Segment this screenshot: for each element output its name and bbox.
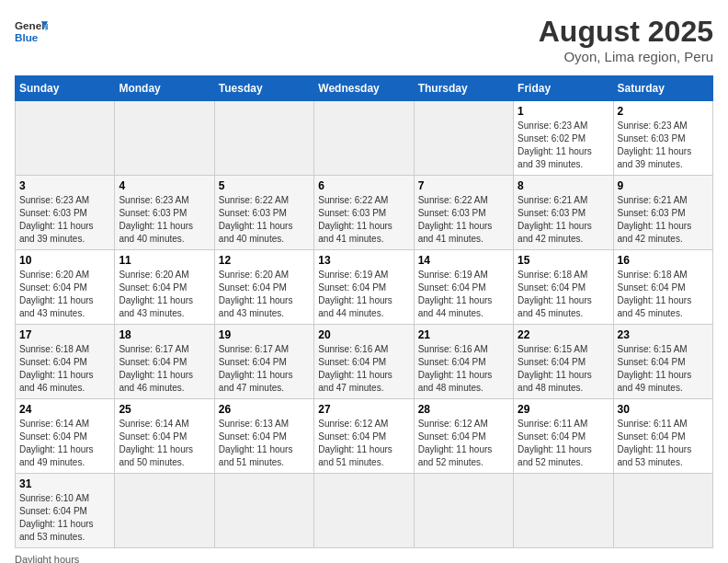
- day-cell: [414, 474, 513, 548]
- day-cell: 4Sunrise: 6:23 AM Sunset: 6:03 PM Daylig…: [115, 176, 214, 250]
- day-cell: 16Sunrise: 6:18 AM Sunset: 6:04 PM Dayli…: [613, 250, 712, 325]
- header: General Blue August 2025 Oyon, Lima regi…: [15, 15, 713, 64]
- day-number: 3: [19, 179, 110, 192]
- day-info: Sunrise: 6:23 AM Sunset: 6:02 PM Dayligh…: [518, 120, 609, 171]
- calendar-subtitle: Oyon, Lima region, Peru: [539, 49, 713, 64]
- day-info: Sunrise: 6:22 AM Sunset: 6:03 PM Dayligh…: [219, 194, 310, 246]
- day-cell: 12Sunrise: 6:20 AM Sunset: 6:04 PM Dayli…: [214, 250, 313, 325]
- week-row-2: 3Sunrise: 6:23 AM Sunset: 6:03 PM Daylig…: [16, 176, 713, 250]
- day-info: Sunrise: 6:17 AM Sunset: 6:04 PM Dayligh…: [119, 343, 210, 395]
- day-cell: [514, 474, 613, 548]
- day-info: Sunrise: 6:21 AM Sunset: 6:03 PM Dayligh…: [518, 194, 609, 246]
- day-info: Sunrise: 6:14 AM Sunset: 6:04 PM Dayligh…: [119, 418, 210, 469]
- week-row-6: 31Sunrise: 6:10 AM Sunset: 6:04 PM Dayli…: [16, 474, 713, 548]
- day-cell: 13Sunrise: 6:19 AM Sunset: 6:04 PM Dayli…: [314, 250, 414, 325]
- day-cell: 25Sunrise: 6:14 AM Sunset: 6:04 PM Dayli…: [115, 399, 214, 474]
- day-cell: 31Sunrise: 6:10 AM Sunset: 6:04 PM Dayli…: [16, 474, 115, 548]
- day-headers-row: SundayMondayTuesdayWednesdayThursdayFrid…: [16, 76, 713, 101]
- title-area: August 2025 Oyon, Lima region, Peru: [539, 15, 713, 64]
- day-header-tuesday: Tuesday: [214, 76, 313, 101]
- day-info: Sunrise: 6:23 AM Sunset: 6:03 PM Dayligh…: [19, 194, 110, 246]
- day-info: Sunrise: 6:23 AM Sunset: 6:03 PM Dayligh…: [119, 194, 210, 246]
- day-number: 13: [318, 254, 409, 267]
- svg-text:General: General: [15, 19, 48, 31]
- day-info: Sunrise: 6:20 AM Sunset: 6:04 PM Dayligh…: [219, 269, 310, 320]
- day-header-monday: Monday: [115, 76, 214, 101]
- day-info: Sunrise: 6:18 AM Sunset: 6:04 PM Dayligh…: [518, 269, 609, 320]
- day-cell: 18Sunrise: 6:17 AM Sunset: 6:04 PM Dayli…: [115, 325, 214, 399]
- day-cell: [115, 101, 214, 176]
- day-number: 30: [618, 403, 709, 416]
- day-cell: 30Sunrise: 6:11 AM Sunset: 6:04 PM Dayli…: [613, 399, 712, 474]
- day-info: Sunrise: 6:14 AM Sunset: 6:04 PM Dayligh…: [19, 418, 110, 469]
- week-row-1: 1Sunrise: 6:23 AM Sunset: 6:02 PM Daylig…: [16, 101, 713, 176]
- day-number: 28: [418, 403, 509, 416]
- day-number: 15: [518, 254, 609, 267]
- day-info: Sunrise: 6:22 AM Sunset: 6:03 PM Dayligh…: [318, 194, 409, 246]
- week-row-5: 24Sunrise: 6:14 AM Sunset: 6:04 PM Dayli…: [16, 399, 713, 474]
- day-info: Sunrise: 6:21 AM Sunset: 6:03 PM Dayligh…: [618, 194, 709, 246]
- day-header-thursday: Thursday: [414, 76, 513, 101]
- daylight-label: Daylight hours: [15, 554, 79, 563]
- day-number: 7: [418, 179, 509, 192]
- day-cell: 5Sunrise: 6:22 AM Sunset: 6:03 PM Daylig…: [214, 176, 313, 250]
- day-number: 1: [518, 105, 609, 118]
- day-number: 14: [418, 254, 509, 267]
- day-number: 2: [618, 105, 709, 118]
- day-cell: [16, 101, 115, 176]
- day-info: Sunrise: 6:18 AM Sunset: 6:04 PM Dayligh…: [618, 269, 709, 320]
- day-info: Sunrise: 6:15 AM Sunset: 6:04 PM Dayligh…: [618, 343, 709, 395]
- day-cell: 21Sunrise: 6:16 AM Sunset: 6:04 PM Dayli…: [414, 325, 513, 399]
- day-info: Sunrise: 6:20 AM Sunset: 6:04 PM Dayligh…: [119, 269, 210, 320]
- day-number: 24: [19, 403, 110, 416]
- day-cell: 26Sunrise: 6:13 AM Sunset: 6:04 PM Dayli…: [214, 399, 313, 474]
- day-info: Sunrise: 6:16 AM Sunset: 6:04 PM Dayligh…: [418, 343, 509, 395]
- day-header-saturday: Saturday: [613, 76, 712, 101]
- day-cell: 28Sunrise: 6:12 AM Sunset: 6:04 PM Dayli…: [414, 399, 513, 474]
- day-number: 11: [119, 254, 210, 267]
- day-info: Sunrise: 6:22 AM Sunset: 6:03 PM Dayligh…: [418, 194, 509, 246]
- day-cell: [214, 474, 313, 548]
- day-cell: [314, 474, 414, 548]
- day-number: 6: [318, 179, 409, 192]
- day-number: 26: [219, 403, 310, 416]
- day-number: 29: [518, 403, 609, 416]
- week-row-4: 17Sunrise: 6:18 AM Sunset: 6:04 PM Dayli…: [16, 325, 713, 399]
- day-info: Sunrise: 6:12 AM Sunset: 6:04 PM Dayligh…: [418, 418, 509, 469]
- day-cell: 23Sunrise: 6:15 AM Sunset: 6:04 PM Dayli…: [613, 325, 712, 399]
- day-info: Sunrise: 6:23 AM Sunset: 6:03 PM Dayligh…: [618, 120, 709, 171]
- day-cell: 24Sunrise: 6:14 AM Sunset: 6:04 PM Dayli…: [16, 399, 115, 474]
- day-cell: 29Sunrise: 6:11 AM Sunset: 6:04 PM Dayli…: [514, 399, 613, 474]
- day-cell: 8Sunrise: 6:21 AM Sunset: 6:03 PM Daylig…: [514, 176, 613, 250]
- day-number: 31: [19, 477, 110, 490]
- day-info: Sunrise: 6:12 AM Sunset: 6:04 PM Dayligh…: [318, 418, 409, 469]
- day-number: 27: [318, 403, 409, 416]
- day-cell: [414, 101, 513, 176]
- day-header-sunday: Sunday: [16, 76, 115, 101]
- week-row-3: 10Sunrise: 6:20 AM Sunset: 6:04 PM Dayli…: [16, 250, 713, 325]
- logo: General Blue: [15, 15, 48, 48]
- day-cell: 27Sunrise: 6:12 AM Sunset: 6:04 PM Dayli…: [314, 399, 414, 474]
- day-cell: 9Sunrise: 6:21 AM Sunset: 6:03 PM Daylig…: [613, 176, 712, 250]
- day-cell: 17Sunrise: 6:18 AM Sunset: 6:04 PM Dayli…: [16, 325, 115, 399]
- day-header-friday: Friday: [514, 76, 613, 101]
- day-number: 23: [618, 328, 709, 341]
- day-info: Sunrise: 6:11 AM Sunset: 6:04 PM Dayligh…: [618, 418, 709, 469]
- day-number: 16: [618, 254, 709, 267]
- day-cell: 10Sunrise: 6:20 AM Sunset: 6:04 PM Dayli…: [16, 250, 115, 325]
- day-number: 22: [518, 328, 609, 341]
- day-info: Sunrise: 6:20 AM Sunset: 6:04 PM Dayligh…: [19, 269, 110, 320]
- day-info: Sunrise: 6:11 AM Sunset: 6:04 PM Dayligh…: [518, 418, 609, 469]
- day-number: 20: [318, 328, 409, 341]
- day-cell: 2Sunrise: 6:23 AM Sunset: 6:03 PM Daylig…: [613, 101, 712, 176]
- generalblue-logo-icon: General Blue: [15, 15, 48, 48]
- day-number: 10: [19, 254, 110, 267]
- day-cell: [115, 474, 214, 548]
- day-info: Sunrise: 6:17 AM Sunset: 6:04 PM Dayligh…: [219, 343, 310, 395]
- svg-text:Blue: Blue: [15, 31, 39, 43]
- day-number: 5: [219, 179, 310, 192]
- day-cell: 22Sunrise: 6:15 AM Sunset: 6:04 PM Dayli…: [514, 325, 613, 399]
- day-info: Sunrise: 6:15 AM Sunset: 6:04 PM Dayligh…: [518, 343, 609, 395]
- calendar-table: SundayMondayTuesdayWednesdayThursdayFrid…: [15, 75, 713, 548]
- day-info: Sunrise: 6:18 AM Sunset: 6:04 PM Dayligh…: [19, 343, 110, 395]
